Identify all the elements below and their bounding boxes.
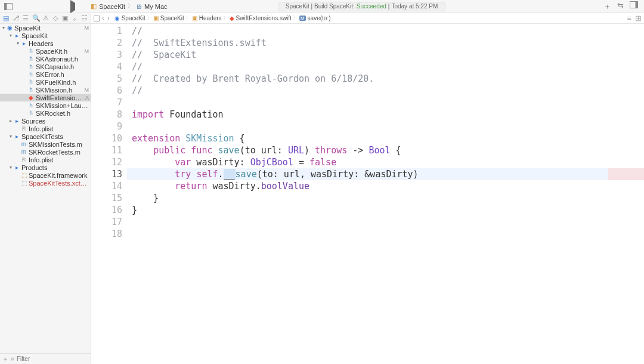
play-icon xyxy=(70,0,75,13)
tree-item-label: SpaceKit.framework xyxy=(29,172,89,179)
tree-item[interactable]: ▾◉SpaceKitM xyxy=(0,24,91,32)
tree-item[interactable]: hSKRocket.h xyxy=(0,109,91,117)
code-line[interactable]: // xyxy=(127,25,644,37)
code-line[interactable] xyxy=(127,121,644,132)
tree-item[interactable]: hSKMission.hM xyxy=(0,86,91,94)
code-line[interactable] xyxy=(127,216,644,228)
tree-item-label: SKRocketTests.m xyxy=(29,149,89,156)
issue-tab[interactable]: ⚠ xyxy=(42,14,49,22)
tree-item[interactable]: ▾▸SpaceKitTests xyxy=(0,132,91,140)
tree-item-label: SpaceKit xyxy=(21,32,89,39)
code-line[interactable]: // xyxy=(127,61,644,73)
titlebar: ◧ SpaceKit 〉 🖥 My Mac SpaceKit | Build S… xyxy=(0,0,644,13)
jumpbar-crumb[interactable]: M save(to:) xyxy=(299,15,331,21)
tree-item[interactable]: hSKMission+Launch.h xyxy=(0,101,91,109)
tree-item[interactable]: hSKAstronaut.h xyxy=(0,55,91,63)
scheme-project: SpaceKit xyxy=(99,3,125,10)
target-icon: ◧ xyxy=(91,2,97,10)
build-status[interactable]: SpaceKit | Build SpaceKit: Succeeded | T… xyxy=(278,2,445,11)
tree-item[interactable]: ⎘Info.plist xyxy=(0,125,91,132)
debug-tab[interactable]: ▣ xyxy=(61,14,69,22)
code-line[interactable]: try self.__save(to: url, wasDirty: &wasD… xyxy=(127,168,644,180)
tree-item[interactable]: ⬚SpaceKit.framework xyxy=(0,171,91,179)
code-line[interactable]: } xyxy=(127,204,644,216)
status-result: Succeeded xyxy=(357,3,386,10)
tree-item[interactable]: mSKRocketTests.m xyxy=(0,148,91,156)
line-number-gutter: 123456789101112131415161718 xyxy=(91,24,127,364)
tree-item[interactable]: ▾▸Headers xyxy=(0,39,91,47)
jumpbar-crumb[interactable]: ▣ Headers xyxy=(192,15,222,21)
tree-item[interactable]: ▾▸Products xyxy=(0,164,91,171)
tree-item[interactable]: ▸▸Sources xyxy=(0,117,91,125)
breakpoint-tab[interactable]: ⬦ xyxy=(71,15,78,22)
assistant-editor-icon[interactable]: ⊞ xyxy=(635,14,642,23)
tree-item-label: SKMission+Launch.h xyxy=(36,102,89,109)
code-line[interactable]: // xyxy=(127,85,644,97)
tree-item[interactable]: ▾▸SpaceKit xyxy=(0,32,91,39)
tree-item-label: SKAstronaut.h xyxy=(36,55,89,63)
right-panel-toggle-icon[interactable] xyxy=(630,1,638,12)
tree-item-label: SpaceKitTests.xctest xyxy=(29,180,89,187)
tree-item-label: SKMission.h xyxy=(36,87,85,94)
symbol-tab[interactable]: ☰ xyxy=(22,14,29,22)
jumpbar-crumb[interactable]: ◉ SpaceKit xyxy=(114,15,145,21)
navigator-tabs: ▤ ⎇ ☰ 🔍 ⚠ ◇ ▣ ⬦ ☷ xyxy=(0,13,91,24)
report-tab[interactable]: ☷ xyxy=(81,14,88,22)
status-time: Today at 5:22 PM xyxy=(391,3,438,10)
tree-item-label: Products xyxy=(21,164,89,171)
scheme-selector[interactable]: ◧ SpaceKit 〉 🖥 My Mac xyxy=(91,2,168,10)
left-panel-toggle-icon[interactable] xyxy=(4,2,13,11)
tree-item[interactable]: hSpaceKit.hM xyxy=(0,47,91,55)
tree-item-label: SpaceKitTests xyxy=(21,133,89,140)
forward-button[interactable]: › xyxy=(107,15,109,21)
tree-item[interactable]: hSKError.h xyxy=(0,70,91,78)
device-icon: 🖥 xyxy=(135,3,142,10)
navigator-panel: ▤ ⎇ ☰ 🔍 ⚠ ◇ ▣ ⬦ ☷ ▾◉SpaceKitM▾▸SpaceKit▾… xyxy=(0,13,91,364)
file-tree[interactable]: ▾◉SpaceKitM▾▸SpaceKit▾▸HeadershSpaceKit.… xyxy=(0,24,91,353)
run-button[interactable] xyxy=(70,3,75,10)
test-tab[interactable]: ◇ xyxy=(52,14,59,22)
filter-input[interactable] xyxy=(17,356,92,362)
editor-options-icon[interactable]: ≡ xyxy=(627,14,631,23)
code-line[interactable]: var wasDirty: ObjCBool = false xyxy=(127,156,644,168)
tree-item-label: Sources xyxy=(21,118,89,125)
tree-item[interactable]: mSKMissionTests.m xyxy=(0,140,91,148)
library-icon[interactable]: ⇆ xyxy=(617,1,624,12)
tree-item[interactable]: hSKFuelKind.h xyxy=(0,78,91,86)
code-line[interactable]: // SwiftExtensions.swift xyxy=(127,37,644,49)
code-line[interactable]: import Foundation xyxy=(127,109,644,121)
tree-item-label: Info.plist xyxy=(29,125,89,132)
related-items-icon[interactable] xyxy=(94,16,100,21)
jumpbar-crumb[interactable]: ◆ SwiftExtensions.swift xyxy=(230,15,292,21)
scheme-device: My Mac xyxy=(144,3,168,10)
code-line[interactable]: return wasDirty.boolValue xyxy=(127,180,644,192)
jumpbar-crumb[interactable]: ▣ SpaceKit xyxy=(153,15,184,21)
tree-item-label: SKMissionTests.m xyxy=(29,141,89,148)
status-prefix: SpaceKit | Build SpaceKit: xyxy=(286,3,355,10)
filter-icon: ⌗ xyxy=(11,356,14,363)
code-line[interactable] xyxy=(127,97,644,109)
jump-bar: ‹ › ◉ SpaceKit〉▣ SpaceKit〉▣ Headers〉◆ Sw… xyxy=(91,13,644,24)
code-line[interactable]: public func save(to url: URL) throws -> … xyxy=(127,144,644,156)
code-line[interactable]: extension SKMission { xyxy=(127,132,644,144)
tree-item-label: Info.plist xyxy=(29,156,89,164)
tree-item-label: SpaceKit.h xyxy=(36,48,85,55)
tree-item[interactable]: ⬚SpaceKitTests.xctest xyxy=(0,179,91,187)
code-line[interactable] xyxy=(127,228,644,240)
add-icon[interactable]: ＋ xyxy=(2,355,8,363)
tree-item-label: SKCapsule.h xyxy=(36,63,89,70)
tree-item-label: Headers xyxy=(29,40,89,47)
source-control-tab[interactable]: ⎇ xyxy=(12,14,20,22)
code-line[interactable]: // Created by Brent Royal-Gordon on 6/18… xyxy=(127,73,644,85)
code-editor[interactable]: 123456789101112131415161718 //// SwiftEx… xyxy=(91,24,644,364)
back-button[interactable]: ‹ xyxy=(102,15,104,21)
code-line[interactable]: } xyxy=(127,192,644,204)
tree-item[interactable]: hSKCapsule.h xyxy=(0,63,91,70)
tree-item[interactable]: ◆SwiftExtensions.swiftA xyxy=(0,94,91,101)
add-tab-icon[interactable]: ＋ xyxy=(603,1,611,12)
code-line[interactable]: // SpaceKit xyxy=(127,49,644,61)
find-tab[interactable]: 🔍 xyxy=(32,14,40,22)
tree-item[interactable]: ⎘Info.plist xyxy=(0,156,91,164)
project-navigator-tab[interactable]: ▤ xyxy=(2,14,10,22)
code-lines[interactable]: //// SwiftExtensions.swift// SpaceKit///… xyxy=(127,24,644,364)
